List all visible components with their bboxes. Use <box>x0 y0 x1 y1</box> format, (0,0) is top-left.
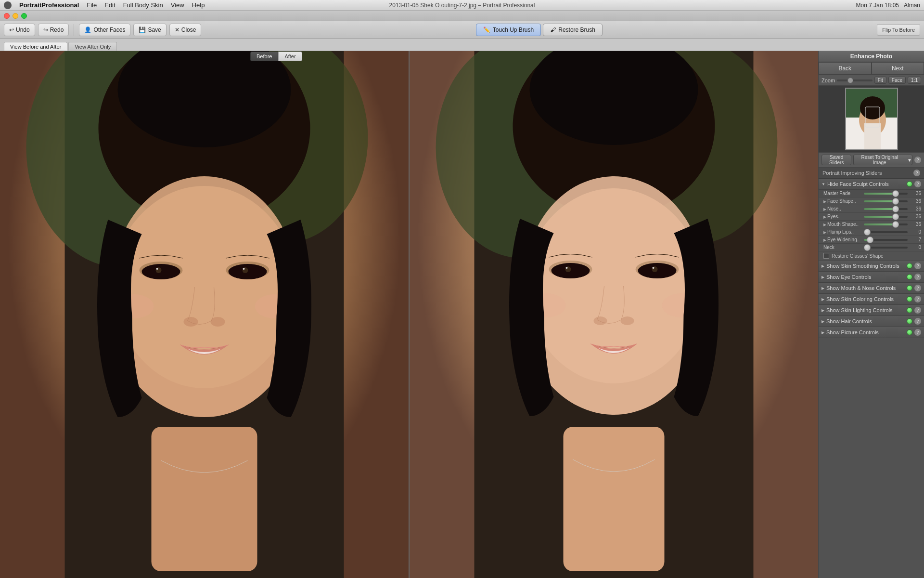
undo-button[interactable]: ↩ Undo <box>4 24 35 36</box>
flip-to-before-button[interactable]: Flip To Before <box>877 24 920 36</box>
title-bar <box>0 11 924 21</box>
face-shape-track[interactable] <box>864 200 908 202</box>
picture-controls-section-header[interactable]: ▶ Show Picture Controls ? <box>819 327 924 338</box>
eyes-thumb[interactable] <box>892 213 899 220</box>
mouth-nose-help[interactable]: ? <box>914 285 921 291</box>
eye-widening-thumb[interactable] <box>867 236 873 243</box>
redo-button[interactable]: ↪ Redo <box>38 24 69 36</box>
menu-bar: PortraitProfessional File Edit Full Body… <box>0 0 924 11</box>
minimize-window-button[interactable] <box>13 13 18 19</box>
redo-icon: ↪ <box>43 26 48 33</box>
picture-controls-toggle[interactable] <box>907 329 912 335</box>
after-tab[interactable]: After <box>278 52 302 61</box>
skin-coloring-section-header[interactable]: ▶ Show Skin Coloring Controls ? <box>819 294 924 305</box>
hair-controls-help[interactable]: ? <box>914 318 921 325</box>
nose-track[interactable] <box>864 208 908 210</box>
picture-controls-help[interactable]: ? <box>914 329 921 336</box>
master-fade-thumb[interactable] <box>892 190 899 197</box>
hair-controls-toggle[interactable] <box>907 318 912 324</box>
plump-lips-thumb[interactable] <box>864 229 871 236</box>
skin-coloring-toggle[interactable] <box>907 296 912 302</box>
menu-help[interactable]: Help <box>192 1 205 9</box>
before-tab[interactable]: Before <box>250 52 278 61</box>
restore-brush-button[interactable]: 🖌 Restore Brush <box>543 24 603 36</box>
menubar-username: Alman <box>904 2 920 9</box>
svg-rect-5 <box>152 427 257 571</box>
face-shape-thumb[interactable] <box>892 198 899 205</box>
menu-view[interactable]: View <box>171 1 184 9</box>
save-button[interactable]: 💾 Save <box>133 24 166 36</box>
enhance-header: Enhance Photo <box>819 51 924 62</box>
hair-controls-section-header[interactable]: ▶ Show Hair Controls ? <box>819 316 924 327</box>
skin-smoothing-help[interactable]: ? <box>914 263 921 269</box>
eye-widening-track[interactable] <box>864 239 908 241</box>
menu-file[interactable]: File <box>87 1 97 9</box>
zoom-face-button[interactable]: Face <box>888 77 906 84</box>
eye-widening-value: 7 <box>910 237 921 242</box>
eye-controls-help[interactable]: ? <box>914 274 921 280</box>
mouth-nose-section-header[interactable]: ▶ Show Mouth & Nose Controls ? <box>819 283 924 294</box>
skin-coloring-help[interactable]: ? <box>914 296 921 302</box>
svg-point-7 <box>113 176 296 388</box>
next-button[interactable]: Next <box>872 62 924 75</box>
sliders-help-button[interactable]: ? <box>913 170 920 176</box>
zoom-fit-button[interactable]: Fit <box>874 77 886 84</box>
mouth-shape-track[interactable] <box>864 223 908 225</box>
mouth-nose-arrow-icon: ▶ <box>821 286 824 290</box>
close-button[interactable]: ✕ Close <box>169 24 202 36</box>
master-fade-track[interactable] <box>864 193 908 195</box>
mouth-nose-toggle[interactable] <box>907 285 912 291</box>
skin-smoothing-arrow-icon: ▶ <box>821 264 824 268</box>
canvas-area <box>0 51 818 578</box>
reset-dropdown-icon: ▼ <box>907 158 912 163</box>
plump-lips-label: ▶Plump Lips.. <box>823 229 862 235</box>
zoom-slider[interactable] <box>837 79 873 81</box>
maximize-window-button[interactable] <box>21 13 27 19</box>
face-sculpt-toggle[interactable] <box>907 181 912 187</box>
eyes-row: ▶Eyes.. 36 <box>819 213 924 221</box>
saved-reset-row: Saved Sliders Reset To Original Image ▼ … <box>819 153 924 168</box>
face-sculpt-label: Hide Face Sculpt Controls <box>827 181 905 187</box>
svg-point-63 <box>860 96 885 119</box>
master-fade-value: 36 <box>910 191 921 196</box>
tab-view-before-after[interactable]: View Before and After <box>4 42 67 51</box>
restore-glasses-checkbox[interactable] <box>823 253 829 259</box>
neck-thumb[interactable] <box>864 244 871 251</box>
after-panel <box>409 51 818 578</box>
other-faces-button[interactable]: 👤 Other Faces <box>79 24 130 36</box>
view-tabs: View Before and After View After Only <box>0 39 924 51</box>
touch-up-brush-button[interactable]: ✏️ Touch Up Brush <box>476 24 541 36</box>
menu-edit[interactable]: Edit <box>104 1 115 9</box>
eyes-track[interactable] <box>864 216 908 218</box>
skin-lighting-section-header[interactable]: ▶ Show Skin Lighting Controls ? <box>819 305 924 316</box>
back-button[interactable]: Back <box>819 62 872 75</box>
face-sculpt-section-header[interactable]: ▼ Hide Face Sculpt Controls ? <box>819 179 924 190</box>
svg-point-26 <box>184 317 198 327</box>
thumbnail-area <box>819 86 924 153</box>
neck-track[interactable] <box>864 247 908 249</box>
face-sculpt-help[interactable]: ? <box>914 181 921 187</box>
face-shape-fill <box>864 200 896 202</box>
saved-sliders-button[interactable]: Saved Sliders <box>821 155 851 165</box>
plump-lips-track[interactable] <box>864 231 908 233</box>
reset-to-original-button[interactable]: Reset To Original Image ▼ <box>853 155 912 165</box>
menu-full-body-skin[interactable]: Full Body Skin <box>123 1 163 9</box>
menubar-datetime: Mon 7 Jan 18:05 <box>856 2 899 9</box>
help-button[interactable]: ? <box>914 157 921 163</box>
zoom-1to1-button[interactable]: 1:1 <box>908 77 921 84</box>
zoom-thumb[interactable] <box>847 78 853 83</box>
restore-icon: 🖌 <box>550 26 556 33</box>
skin-lighting-help[interactable]: ? <box>914 307 921 314</box>
close-window-button[interactable] <box>4 13 10 19</box>
nose-thumb[interactable] <box>892 206 899 212</box>
skin-smoothing-section-header[interactable]: ▶ Show Skin Smoothing Controls ? <box>819 261 924 272</box>
mouth-shape-thumb[interactable] <box>892 221 899 228</box>
app-name[interactable]: PortraitProfessional <box>19 1 79 9</box>
skin-lighting-toggle[interactable] <box>907 307 912 313</box>
eye-controls-section-header[interactable]: ▶ Show Eye Controls ? <box>819 272 924 283</box>
eye-controls-toggle[interactable] <box>907 274 912 280</box>
master-fade-fill <box>864 193 896 195</box>
skin-smoothing-toggle[interactable] <box>907 263 912 269</box>
tab-view-after-only[interactable]: View After Only <box>68 42 117 51</box>
eye-controls-label: Show Eye Controls <box>826 274 905 280</box>
